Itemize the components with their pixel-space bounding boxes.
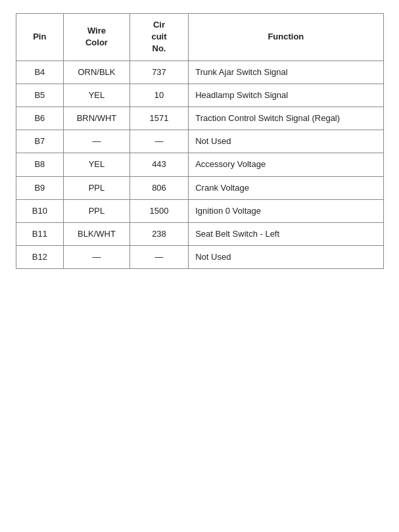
cell-pin: B10 — [16, 199, 64, 222]
table-row: B5YEL10Headlamp Switch Signal — [16, 84, 383, 107]
table-row: B7——Not Used — [16, 130, 383, 153]
cell-circuit-no: 737 — [129, 60, 188, 84]
cell-function: Not Used — [189, 130, 383, 153]
cell-function: Ignition 0 Voltage — [189, 199, 383, 222]
cell-pin: B7 — [16, 130, 64, 153]
header-function: Function — [189, 14, 383, 61]
cell-wire-color: YEL — [64, 84, 130, 107]
table-row: B10PPL1500Ignition 0 Voltage — [16, 199, 383, 222]
cell-circuit-no: 10 — [129, 84, 188, 107]
cell-function: Crank Voltage — [189, 176, 383, 199]
cell-function: Trunk Ajar Switch Signal — [189, 60, 383, 84]
table-row: B12——Not Used — [16, 246, 383, 269]
table-row: B9PPL806Crank Voltage — [16, 176, 383, 199]
cell-pin: B11 — [16, 222, 64, 245]
cell-wire-color: — — [64, 246, 130, 269]
cell-function: Traction Control Switch Signal (Regal) — [189, 107, 383, 130]
cell-pin: B9 — [16, 176, 64, 199]
cell-function: Headlamp Switch Signal — [189, 84, 383, 107]
header-circuit-no: CircuitNo. — [129, 14, 188, 61]
cell-circuit-no: 806 — [129, 176, 188, 199]
header-wire-color: WireColor — [64, 14, 130, 61]
cell-pin: B4 — [16, 60, 64, 84]
table-row: B6BRN/WHT1571Traction Control Switch Sig… — [16, 107, 383, 130]
table-row: B11BLK/WHT238Seat Belt Switch - Left — [16, 222, 383, 245]
cell-circuit-no: 238 — [129, 222, 188, 245]
cell-circuit-no: — — [129, 130, 188, 153]
cell-wire-color: — — [64, 130, 130, 153]
table-row: B4ORN/BLK737Trunk Ajar Switch Signal — [16, 60, 383, 84]
cell-function: Accessory Voltage — [189, 153, 383, 176]
cell-circuit-no: 443 — [129, 153, 188, 176]
connector-table: Pin WireColor CircuitNo. Function B4ORN/… — [16, 13, 384, 269]
cell-circuit-no: — — [129, 246, 188, 269]
cell-wire-color: YEL — [64, 153, 130, 176]
cell-wire-color: PPL — [64, 176, 130, 199]
cell-function: Seat Belt Switch - Left — [189, 222, 383, 245]
cell-wire-color: ORN/BLK — [64, 60, 130, 84]
cell-wire-color: PPL — [64, 199, 130, 222]
cell-pin: B5 — [16, 84, 64, 107]
cell-wire-color: BLK/WHT — [64, 222, 130, 245]
cell-pin: B12 — [16, 246, 64, 269]
cell-function: Not Used — [189, 246, 383, 269]
cell-wire-color: BRN/WHT — [64, 107, 130, 130]
table-row: B8YEL443Accessory Voltage — [16, 153, 383, 176]
cell-pin: B8 — [16, 153, 64, 176]
cell-circuit-no: 1500 — [129, 199, 188, 222]
cell-pin: B6 — [16, 107, 64, 130]
header-pin: Pin — [16, 14, 64, 61]
cell-circuit-no: 1571 — [129, 107, 188, 130]
